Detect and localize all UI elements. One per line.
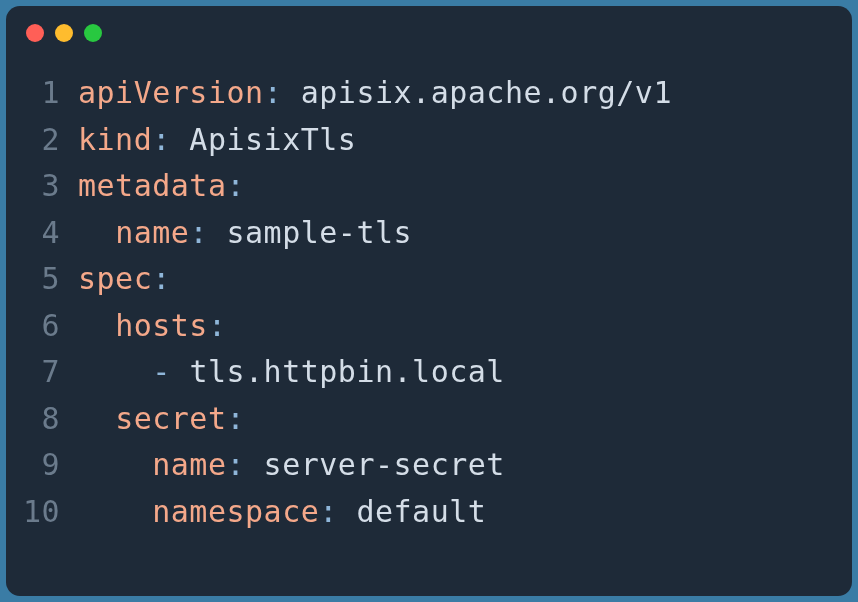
code-line: 4 name: sample-tls [6,210,832,257]
code-line: 8 secret: [6,396,832,443]
window-titlebar [6,6,852,50]
code-content: spec: [78,256,171,303]
line-number: 4 [6,210,78,257]
code-content: apiVersion: apisix.apache.org/v1 [78,70,672,117]
code-content: metadata: [78,163,245,210]
close-icon[interactable] [26,24,44,42]
line-number: 1 [6,70,78,117]
line-number: 10 [6,489,78,536]
minimize-icon[interactable] [55,24,73,42]
code-line: 3 metadata: [6,163,832,210]
line-number: 2 [6,117,78,164]
line-number: 7 [6,349,78,396]
code-line: 6 hosts: [6,303,832,350]
line-number: 5 [6,256,78,303]
code-content: namespace: default [78,489,486,536]
code-line: 5 spec: [6,256,832,303]
code-line: 9 name: server-secret [6,442,832,489]
code-content: hosts: [78,303,227,350]
code-content: - tls.httpbin.local [78,349,505,396]
maximize-icon[interactable] [84,24,102,42]
code-content: kind: ApisixTls [78,117,356,164]
code-content: name: sample-tls [78,210,412,257]
code-window: 1 apiVersion: apisix.apache.org/v1 2 kin… [6,6,852,596]
code-line: 10 namespace: default [6,489,832,536]
line-number: 9 [6,442,78,489]
code-content: secret: [78,396,245,443]
code-content: name: server-secret [78,442,505,489]
line-number: 6 [6,303,78,350]
code-editor[interactable]: 1 apiVersion: apisix.apache.org/v1 2 kin… [6,50,852,555]
line-number: 8 [6,396,78,443]
code-line: 2 kind: ApisixTls [6,117,832,164]
code-line: 1 apiVersion: apisix.apache.org/v1 [6,70,832,117]
code-line: 7 - tls.httpbin.local [6,349,832,396]
line-number: 3 [6,163,78,210]
